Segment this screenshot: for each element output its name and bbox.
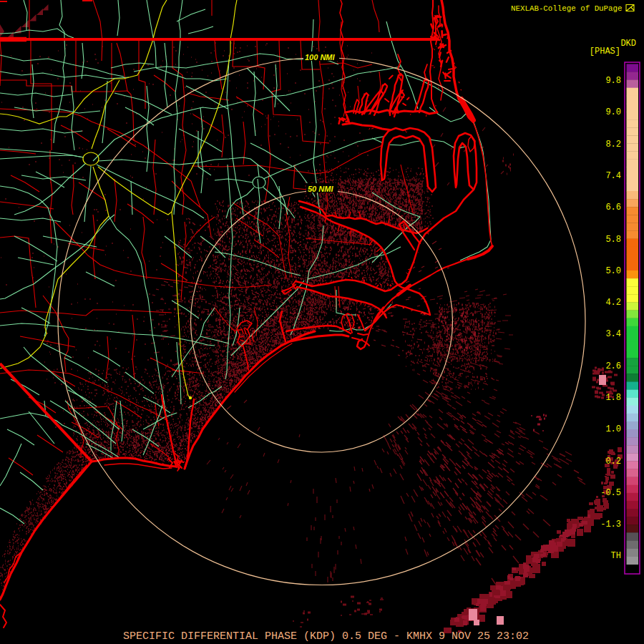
svg-text:100 NMI: 100 NMI (305, 53, 336, 62)
svg-text:6.6: 6.6 (605, 203, 621, 213)
svg-text:DKD: DKD (620, 39, 636, 49)
svg-text:5.8: 5.8 (605, 235, 621, 245)
svg-text:NEXLAB-College of DuPage: NEXLAB-College of DuPage (511, 4, 623, 13)
svg-text:-0.5: -0.5 (600, 488, 621, 498)
svg-text:0.2: 0.2 (605, 457, 621, 467)
svg-text:7.4: 7.4 (605, 171, 621, 181)
svg-text:8.2: 8.2 (605, 140, 621, 150)
svg-text:2.6: 2.6 (605, 361, 621, 371)
svg-text:[PHAS]: [PHAS] (590, 47, 620, 57)
svg-text:3.4: 3.4 (605, 329, 621, 339)
svg-text:1.0: 1.0 (605, 424, 621, 434)
svg-text:TH: TH (611, 551, 621, 561)
svg-text:9.0: 9.0 (605, 107, 621, 117)
svg-text:1.8: 1.8 (605, 393, 621, 403)
svg-text:50 NMI: 50 NMI (308, 185, 333, 193)
svg-text:-1.3: -1.3 (600, 519, 621, 530)
svg-text:9.8: 9.8 (605, 76, 621, 86)
svg-text:4.2: 4.2 (605, 298, 621, 308)
svg-text:5.0: 5.0 (605, 266, 621, 276)
svg-text:SPECIFIC DIFFERENTIAL PHASE (K: SPECIFIC DIFFERENTIAL PHASE (KDP) 0.5 DE… (123, 630, 529, 643)
